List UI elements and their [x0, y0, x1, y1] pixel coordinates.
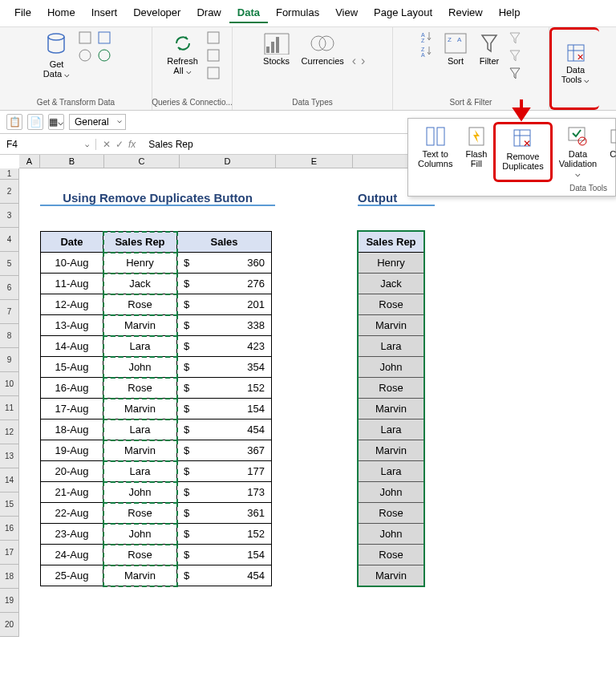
flash-fill-button[interactable]: Flash Fill	[459, 122, 493, 182]
row-header[interactable]: 10	[0, 372, 18, 396]
col-header[interactable]: B	[40, 155, 104, 168]
row-header[interactable]: 8	[0, 324, 18, 348]
table-row: John	[359, 482, 424, 503]
row-header[interactable]: 6	[0, 276, 18, 300]
data-tools-dropdown: Text to Columns Flash Fill ✕ Remove Dupl…	[407, 118, 616, 197]
menu-help[interactable]: Help	[491, 3, 529, 23]
get-data-button[interactable]: Get Data ⌵	[40, 30, 73, 81]
row-header[interactable]: 1	[0, 168, 18, 180]
svg-point-4	[99, 50, 110, 61]
col-header[interactable]: A	[19, 155, 40, 168]
filter-button[interactable]: Filter	[476, 30, 503, 67]
consolidate-button[interactable]: Co	[603, 122, 616, 182]
row-header[interactable]: 20	[0, 613, 18, 637]
advanced-icon[interactable]	[508, 66, 522, 80]
remove-duplicates-button[interactable]: ✕ Remove Duplicates	[493, 122, 552, 182]
refresh-all-button[interactable]: Refresh All ⌵	[164, 30, 201, 78]
svg-rect-3	[99, 32, 110, 43]
from-table-icon[interactable]	[97, 30, 111, 45]
chevron-left-icon[interactable]: ‹	[352, 54, 356, 68]
queries-icon[interactable]	[206, 30, 221, 45]
menu-pagelayout[interactable]: Page Layout	[366, 3, 440, 23]
fx-icon[interactable]: fx	[128, 139, 136, 150]
table-row: 16-AugRose$152	[41, 378, 272, 399]
table-row: 15-AugJohn$354	[41, 357, 272, 378]
clear-icon[interactable]	[508, 30, 522, 45]
row-header[interactable]: 14	[0, 468, 18, 492]
table-row: John	[359, 524, 424, 545]
svg-text:A: A	[421, 52, 425, 58]
row-header[interactable]: 17	[0, 541, 18, 565]
group-label: Queries & Connectio...	[152, 96, 233, 107]
svg-rect-10	[276, 37, 279, 53]
row-header[interactable]: 12	[0, 420, 18, 444]
menu-file[interactable]: File	[6, 3, 39, 23]
sort-za-icon[interactable]: ZA	[419, 45, 436, 58]
cancel-icon[interactable]: ✕	[103, 139, 111, 150]
table-row: 25-AugMarvin$454	[41, 565, 272, 586]
row-header[interactable]: 4	[0, 228, 18, 252]
menubar: File Home Insert Developer Draw Data For…	[0, 0, 616, 27]
data-validation-button[interactable]: Data Validation ⌵	[553, 122, 604, 182]
properties-icon[interactable]	[206, 48, 221, 63]
sort-icon: ZA	[444, 32, 468, 55]
menu-data[interactable]: Data	[229, 3, 268, 23]
col-header[interactable]: E	[276, 155, 353, 168]
qat-icon-2[interactable]: 📄	[27, 114, 43, 130]
svg-rect-24	[427, 128, 434, 145]
row-header[interactable]: 5	[0, 252, 18, 276]
row-headers: 1 2 3 4 5 6 7 8 9 10 11 12 13 14 15 16 1…	[0, 168, 19, 637]
stocks-button[interactable]: Stocks	[260, 30, 294, 67]
row-header[interactable]: 15	[0, 492, 18, 517]
name-box[interactable]: F4⌵	[0, 139, 96, 150]
table-row: 11-AugJack$276	[41, 274, 272, 294]
qat-icon-1[interactable]: 📋	[6, 114, 22, 130]
currencies-button[interactable]: Currencies	[298, 30, 347, 67]
group-label: Data Types	[292, 96, 332, 107]
row-header[interactable]: 18	[0, 565, 18, 589]
qat-icon-3[interactable]: ▦⌵	[48, 114, 64, 130]
text-to-columns-button[interactable]: Text to Columns	[411, 122, 459, 182]
chevron-right-icon[interactable]: ›	[361, 54, 365, 68]
row-header[interactable]: 13	[0, 444, 18, 468]
menu-review[interactable]: Review	[440, 3, 491, 23]
edit-links-icon[interactable]	[206, 66, 221, 80]
table-row: Marvin	[359, 440, 424, 461]
reapply-icon[interactable]	[508, 48, 522, 63]
sort-az-icon[interactable]: AZ	[419, 30, 436, 43]
table-row: Marvin	[359, 399, 424, 420]
enter-icon[interactable]: ✓	[116, 139, 124, 150]
from-web-icon[interactable]	[78, 48, 92, 63]
col-header[interactable]: D	[180, 155, 276, 168]
flash-fill-icon	[467, 125, 486, 148]
svg-text:Z: Z	[421, 47, 425, 52]
row-header[interactable]: 7	[0, 300, 18, 324]
recent-icon[interactable]	[97, 48, 111, 63]
svg-text:✕: ✕	[577, 52, 584, 62]
cells-area[interactable]: Using Remove Duplicates Button Output Da…	[19, 168, 616, 637]
menu-home[interactable]: Home	[39, 3, 83, 23]
svg-text:A: A	[457, 36, 462, 43]
menu-view[interactable]: View	[327, 3, 366, 23]
sort-button[interactable]: ZA Sort	[440, 30, 471, 67]
menu-developer[interactable]: Developer	[125, 3, 188, 23]
table-row: Lara	[359, 336, 424, 357]
number-format[interactable]: General	[69, 114, 126, 130]
table-row: 17-AugMarvin$154	[41, 399, 272, 420]
data-table: Date Sales Rep Sales 10-AugHenry$36011-A…	[40, 231, 272, 586]
row-header[interactable]: 9	[0, 348, 18, 372]
table-row: 24-AugRose$154	[41, 545, 272, 565]
menu-formulas[interactable]: Formulas	[268, 3, 327, 23]
row-header[interactable]: 3	[0, 204, 18, 228]
from-text-icon[interactable]	[78, 30, 92, 45]
menu-insert[interactable]: Insert	[83, 3, 126, 23]
col-header[interactable]: C	[104, 155, 180, 168]
table-row: Henry	[359, 253, 424, 274]
row-header[interactable]: 2	[0, 180, 18, 204]
row-header[interactable]: 11	[0, 396, 18, 420]
row-header[interactable]: 19	[0, 589, 18, 613]
row-header[interactable]: 16	[0, 517, 18, 541]
svg-line-33	[579, 138, 586, 144]
data-tools-button[interactable]: ✕ Data Tools ⌵	[558, 33, 594, 94]
menu-draw[interactable]: Draw	[188, 3, 229, 23]
